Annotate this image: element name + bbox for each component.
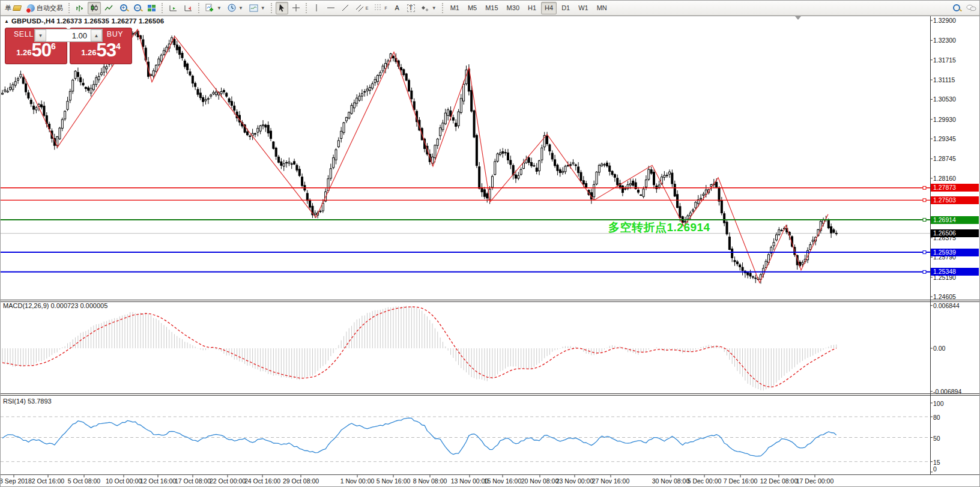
candlestick-chart-button[interactable]	[88, 2, 101, 14]
line-chart-icon	[104, 4, 113, 12]
auto-scroll-button[interactable]	[166, 2, 180, 14]
indicators-icon	[205, 4, 214, 12]
order-box-icon	[13, 5, 22, 11]
tf-M5[interactable]: M5	[464, 2, 480, 14]
one-click-trading-panel: SELL 1.26506 BUY 1.26534 ▼ 1.00 ▲	[5, 28, 132, 64]
candlestick-chart-icon	[90, 4, 98, 12]
crosshair-button[interactable]	[289, 2, 303, 14]
periods-button[interactable]: ▼	[225, 2, 246, 14]
zoom-in-button[interactable]: +	[117, 2, 130, 14]
shapes-button[interactable]: ▼	[419, 2, 439, 14]
tf-H4[interactable]: H4	[541, 2, 557, 14]
tile-windows-icon	[147, 4, 156, 12]
equidistant-channel-button[interactable]: E	[353, 2, 371, 14]
volume-increase-button[interactable]: ▲	[91, 29, 102, 41]
shapes-icon	[421, 4, 429, 12]
channel-icon	[355, 4, 364, 12]
templates-button[interactable]: ▼	[247, 2, 268, 14]
chat-button[interactable]	[964, 2, 979, 14]
volume-input[interactable]: 1.00	[46, 29, 91, 41]
volume-decrease-button[interactable]: ▼	[35, 29, 46, 41]
fibonacci-button[interactable]: F	[372, 2, 389, 14]
templates-icon	[249, 4, 258, 12]
buy-price-small: 1.26	[81, 48, 96, 57]
fibonacci-icon	[374, 4, 383, 12]
autotrade-label: 自动交易	[37, 4, 63, 13]
tf-M15[interactable]: M15	[482, 2, 501, 14]
toolbar-grip	[162, 3, 163, 13]
zoom-out-button[interactable]: −	[131, 2, 144, 14]
bar-chart-button[interactable]	[73, 2, 86, 14]
buy-price-big: 53	[97, 40, 116, 61]
main-chart-panel[interactable]	[1, 16, 930, 300]
toolbar-grip	[68, 3, 70, 13]
autotrade-button[interactable]: 自动交易	[25, 2, 65, 14]
sell-price-big: 50	[32, 40, 51, 61]
periods-clock-icon	[228, 4, 236, 12]
search-icon	[953, 4, 960, 11]
fibo-letter: F	[384, 6, 387, 10]
autotrade-globe-icon	[27, 4, 35, 12]
text-label-icon: T	[407, 4, 415, 12]
line-chart-button[interactable]	[102, 2, 116, 14]
auto-scroll-icon	[169, 4, 178, 12]
tf-M1[interactable]: M1	[447, 2, 463, 14]
sell-price-small: 1.26	[16, 48, 31, 57]
buy-price-sup: 4	[116, 41, 121, 51]
text-icon: A	[395, 5, 399, 11]
text-button[interactable]: A	[391, 2, 404, 14]
toolbar-grip	[198, 3, 200, 13]
indicators-button[interactable]: ▼	[203, 2, 224, 14]
chat-icon	[966, 4, 976, 12]
tf-W1[interactable]: W1	[575, 2, 592, 14]
zoom-out-icon: −	[134, 4, 141, 11]
rsi-panel[interactable]	[1, 396, 930, 474]
new-order-label: 单	[5, 4, 11, 13]
crosshair-icon	[292, 4, 300, 12]
tf-M30[interactable]: M30	[503, 2, 523, 14]
trendline-button[interactable]	[339, 2, 352, 14]
toolbar-grip	[442, 3, 444, 13]
tf-H1[interactable]: H1	[524, 2, 540, 14]
text-label-button[interactable]: T	[405, 2, 417, 14]
cursor-icon	[278, 4, 285, 12]
macd-panel[interactable]	[1, 302, 930, 393]
toolbar-grip	[271, 3, 273, 13]
tile-windows-button[interactable]	[145, 2, 159, 14]
vertical-line-icon	[313, 4, 319, 12]
chevron-down-icon: ▼	[238, 5, 243, 11]
horizontal-line-icon	[327, 5, 335, 11]
horizontal-line-button[interactable]	[324, 2, 337, 14]
volume-spinner: ▼ 1.00 ▲	[34, 29, 103, 42]
zoom-in-icon: +	[120, 4, 127, 11]
trendline-icon	[341, 4, 349, 12]
sell-price-sup: 6	[51, 41, 56, 51]
tf-MN[interactable]: MN	[593, 2, 611, 14]
time-axis-scale[interactable]	[1, 475, 930, 487]
chart-shift-icon	[184, 4, 193, 12]
toolbar-grip	[306, 3, 307, 13]
trading-terminal-window: 单 自动交易 + − ▼	[0, 0, 980, 487]
channel-letter: E	[366, 6, 369, 10]
price-axis-scale[interactable]	[930, 16, 980, 475]
chevron-down-icon: ▼	[432, 5, 437, 11]
bar-chart-icon	[76, 4, 84, 12]
tf-D1[interactable]: D1	[558, 2, 573, 14]
main-toolbar: 单 自动交易 + − ▼	[1, 1, 980, 16]
chevron-down-icon: ▼	[261, 5, 265, 11]
chevron-down-icon: ▼	[217, 5, 222, 11]
chart-shift-button[interactable]	[181, 2, 195, 14]
cursor-button[interactable]	[276, 2, 288, 14]
search-button[interactable]	[950, 2, 963, 14]
vertical-line-button[interactable]	[310, 2, 323, 14]
new-order-button[interactable]: 单	[2, 2, 23, 14]
